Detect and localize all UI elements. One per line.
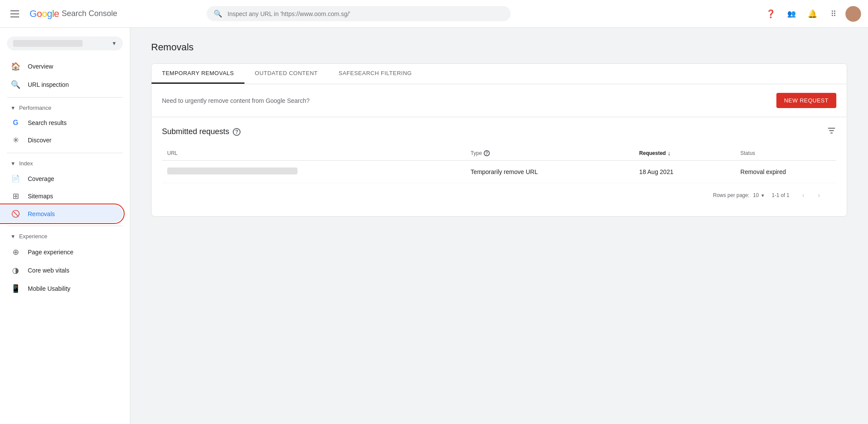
table-cell-requested: 18 Aug 2021 [634, 161, 735, 183]
collapse-icon-performance: ▼ [10, 105, 16, 111]
help-icon-button[interactable]: ❓ [762, 5, 779, 23]
performance-section-label: Performance [19, 105, 51, 111]
apps-icon: ⠿ [831, 10, 836, 18]
collapse-icon-experience: ▼ [10, 233, 16, 240]
logo-g2: g [47, 8, 52, 19]
sidebar-item-page-experience[interactable]: ⊕ Page experience [0, 243, 123, 261]
table-cell-url [162, 161, 465, 183]
sort-arrow-down-icon: ↓ [667, 150, 670, 157]
tabs-bar: TEMPORARY REMOVALS OUTDATED CONTENT SAFE… [152, 64, 847, 84]
table-cell-type: Temporarily remove URL [465, 161, 634, 183]
coverage-icon: 📄 [10, 174, 21, 183]
chevron-down-icon: ▼ [112, 40, 117, 46]
layout: ▼ 🏠 Overview 🔍 URL inspection ▼ Performa… [0, 28, 868, 424]
mobile-usability-icon: 📱 [10, 284, 21, 293]
col-header-requested[interactable]: Requested ↓ [634, 146, 735, 161]
nav-divider-1 [7, 97, 123, 98]
manage-accounts-button[interactable]: 👥 [783, 5, 800, 23]
sidebar-item-overview[interactable]: 🏠 Overview [0, 57, 123, 76]
sidebar-item-search-results[interactable]: G Search results [0, 115, 123, 131]
page-info: 1-1 of 1 [772, 192, 789, 198]
nav-divider-2 [7, 153, 123, 153]
card-top-text: Need to urgently remove content from Goo… [162, 97, 310, 104]
discover-icon: ✳ [10, 135, 21, 145]
sidebar-item-core-web-vitals-label: Core web vitals [28, 267, 69, 274]
logo-area: Google Search Console [30, 8, 117, 20]
property-selector-text [13, 40, 83, 47]
submitted-requests-title: Submitted requests ? [162, 127, 241, 136]
property-selector-inner[interactable]: ▼ [7, 36, 123, 50]
experience-section-label: Experience [19, 233, 47, 240]
sidebar-item-core-web-vitals[interactable]: ◑ Core web vitals [0, 261, 123, 279]
bell-icon: 🔔 [808, 9, 817, 19]
index-section-header[interactable]: ▼ Index [0, 157, 130, 170]
next-page-button[interactable]: › [812, 188, 826, 202]
logo-e: e [54, 8, 59, 19]
rows-per-page-chevron-icon: ▼ [760, 193, 765, 198]
tab-temporary-removals[interactable]: TEMPORARY REMOVALS [152, 64, 244, 84]
core-web-vitals-icon: ◑ [10, 266, 21, 275]
sidebar-item-coverage-label: Coverage [28, 175, 54, 182]
col-header-type: Type ? [465, 146, 634, 161]
filter-icon[interactable] [827, 126, 836, 138]
collapse-icon-index: ▼ [10, 161, 16, 167]
sidebar-item-page-experience-label: Page experience [28, 249, 73, 256]
sidebar-item-sitemaps-label: Sitemaps [28, 193, 53, 200]
search-input[interactable] [228, 10, 504, 17]
logo-g: G [30, 8, 37, 19]
help-icon: ❓ [766, 9, 776, 19]
table-cell-status: Removal expired [735, 161, 836, 183]
rows-per-page: Rows per page: 10 ▼ [713, 192, 765, 198]
col-header-status: Status [735, 146, 836, 161]
experience-section-header[interactable]: ▼ Experience [0, 230, 130, 243]
sidebar-item-removals[interactable]: 🚫 Removals [0, 205, 123, 222]
google-logo: Google [30, 8, 59, 20]
submitted-header: Submitted requests ? [162, 126, 836, 138]
url-blurred-value [167, 168, 297, 174]
sidebar-item-discover[interactable]: ✳ Discover [0, 131, 123, 149]
apps-button[interactable]: ⠿ [825, 5, 842, 23]
table-header-row: URL Type ? Requested [162, 146, 836, 161]
new-request-button[interactable]: NEW REQUEST [776, 93, 836, 108]
sidebar-item-mobile-usability-label: Mobile Usability [28, 285, 70, 292]
submitted-requests-help-icon[interactable]: ? [233, 128, 241, 136]
avatar[interactable] [845, 6, 861, 22]
header: Google Search Console 🔍 ❓ 👥 🔔 ⠿ [0, 0, 868, 28]
google-g-icon: G [10, 119, 21, 127]
sidebar-item-search-results-label: Search results [28, 119, 66, 126]
property-selector[interactable]: ▼ [7, 36, 123, 50]
rows-per-page-label: Rows per page: [713, 192, 749, 198]
sidebar-item-mobile-usability[interactable]: 📱 Mobile Usability [0, 279, 123, 298]
submitted-requests-table: URL Type ? Requested [162, 146, 836, 183]
tab-outdated-content[interactable]: OUTDATED CONTENT [244, 64, 328, 84]
submitted-requests-label: Submitted requests [162, 127, 229, 136]
sidebar-item-discover-label: Discover [28, 137, 51, 144]
pagination: Rows per page: 10 ▼ 1-1 of 1 ‹ › [162, 183, 836, 207]
home-icon: 🏠 [10, 62, 21, 71]
col-header-url: URL [162, 146, 465, 161]
card-body: Submitted requests ? URL [152, 117, 847, 216]
type-col-help-icon[interactable]: ? [484, 150, 490, 156]
previous-page-button[interactable]: ‹ [796, 188, 810, 202]
logo-o1: o [37, 8, 42, 19]
sidebar-item-overview-label: Overview [28, 63, 53, 70]
search-nav-icon: 🔍 [10, 80, 21, 89]
table-row: Temporarily remove URL 18 Aug 2021 Remov… [162, 161, 836, 183]
performance-section-header[interactable]: ▼ Performance [0, 101, 130, 115]
page-title: Removals [151, 42, 847, 53]
sidebar-item-url-inspection[interactable]: 🔍 URL inspection [0, 76, 123, 94]
card-top: Need to urgently remove content from Goo… [152, 84, 847, 117]
sidebar-item-coverage[interactable]: 📄 Coverage [0, 170, 123, 187]
sidebar-item-sitemaps[interactable]: ⊞ Sitemaps [0, 187, 123, 205]
search-icon: 🔍 [214, 10, 222, 18]
notifications-button[interactable]: 🔔 [804, 5, 821, 23]
rows-per-page-value: 10 [753, 192, 759, 198]
header-left: Google Search Console [7, 7, 189, 21]
search-bar: 🔍 [207, 6, 511, 21]
logo-o2: o [42, 8, 47, 19]
hamburger-menu-icon[interactable] [7, 7, 23, 21]
tabs-card-wrapper: TEMPORARY REMOVALS OUTDATED CONTENT SAFE… [151, 63, 847, 217]
tab-safesearch-filtering[interactable]: SAFESEARCH FILTERING [328, 64, 422, 84]
rows-per-page-select[interactable]: 10 ▼ [753, 192, 765, 198]
search-bar-inner: 🔍 [207, 6, 511, 21]
